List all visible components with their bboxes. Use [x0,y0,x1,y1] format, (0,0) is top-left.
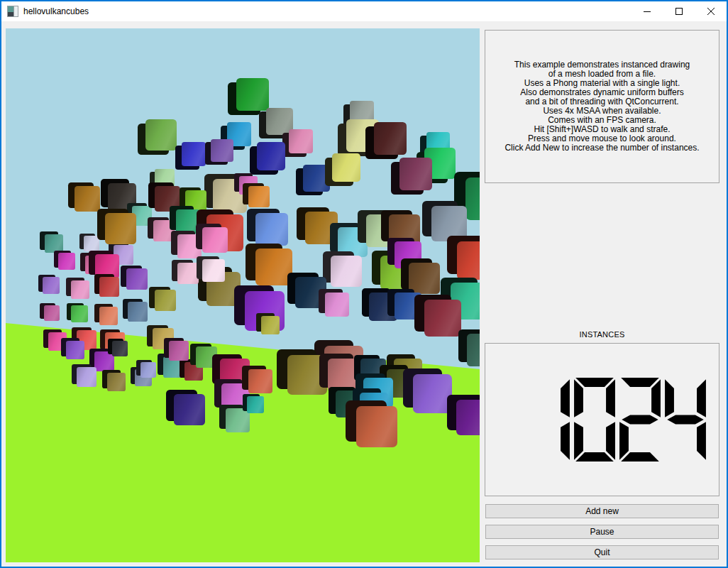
add-new-button[interactable]: Add new [485,504,719,518]
cube [128,302,148,322]
lcd-digit [619,376,661,464]
instances-label: INSTANCES [485,330,719,339]
cube [456,400,480,435]
cube [145,119,177,151]
cube [112,341,128,356]
cube [182,142,206,166]
cube [202,227,228,253]
cube [107,373,126,391]
cube [71,305,88,322]
cube [331,256,362,287]
cube [75,186,100,212]
cube [374,122,407,155]
cube [174,394,205,425]
cube [77,367,96,387]
cube [126,268,148,290]
cube [261,316,280,334]
cube [169,341,189,361]
cube [226,408,250,432]
window-controls [631,1,727,21]
close-icon [707,8,715,15]
cube [94,351,114,371]
maximize-button[interactable] [663,1,695,21]
cube [457,241,480,280]
cube [177,263,199,284]
cube [58,253,75,270]
lcd-digit [664,376,707,464]
cube [424,300,461,337]
info-panel: This example demonstrates instanced draw… [485,30,719,183]
cube [356,406,397,447]
cube [325,293,349,317]
cube [247,396,264,413]
app-window: hellovulkancubes This [0,0,728,568]
cube [66,341,84,359]
cube [465,178,480,220]
instances-lcd-display [485,343,719,496]
cube [248,369,272,393]
cube [71,280,89,299]
cube [248,186,270,207]
info-line: Click Add New to increase the number of … [504,143,699,153]
lcd-digit [528,376,570,464]
cube [202,259,225,282]
window-title: hellovulkancubes [23,6,89,16]
cube [236,78,269,111]
cube [257,142,285,170]
cube [99,307,118,325]
cube [140,362,156,378]
close-button[interactable] [695,1,727,21]
cube [467,334,480,366]
minimize-button[interactable] [631,1,663,21]
cube [332,153,360,182]
cube [155,290,176,311]
cube [44,305,60,321]
cube [413,374,452,413]
cube [399,158,432,190]
maximize-icon [675,8,683,15]
cube [211,139,233,162]
cube [289,129,313,153]
titlebar: hellovulkancubes [1,1,727,21]
app-window-icon [7,6,18,17]
pause-button[interactable]: Pause [485,525,719,539]
minimize-icon [644,8,651,15]
cube [99,277,119,297]
lcd-digit [573,376,616,464]
vulkan-viewport[interactable] [6,28,480,562]
quit-button[interactable]: Quit [485,545,719,559]
cube [255,213,288,246]
cube [43,277,60,294]
cube [105,213,136,244]
